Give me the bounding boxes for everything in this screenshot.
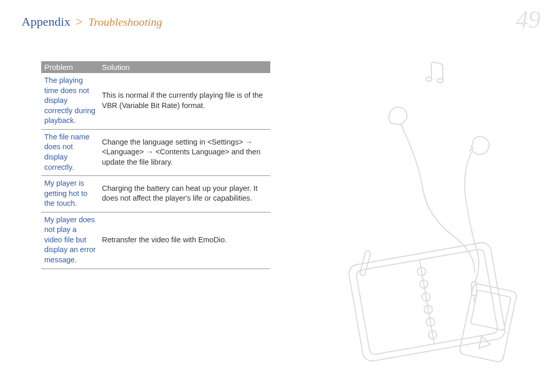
cell-solution: This is normal if the currently playing … (99, 73, 270, 129)
cell-problem: My player does not play a video file but… (41, 212, 99, 269)
col-header-solution: Solution (99, 61, 270, 73)
svg-rect-13 (459, 283, 517, 363)
svg-point-6 (417, 266, 427, 276)
table-row: The file name does not display correctly… (41, 129, 270, 175)
svg-rect-2 (472, 282, 477, 295)
breadcrumb-separator: > (76, 15, 83, 28)
page-number: 49 (516, 5, 541, 33)
earbuds-icon (389, 107, 489, 302)
table-row: My player does not play a video file but… (41, 212, 270, 269)
troubleshooting-table-container: Problem Solution The playing time does n… (41, 61, 270, 269)
music-note-icon (426, 62, 443, 83)
svg-line-5 (420, 260, 435, 344)
breadcrumb: Appendix > Troubleshooting (22, 14, 162, 29)
svg-rect-3 (348, 241, 507, 363)
svg-point-7 (419, 279, 429, 289)
svg-point-0 (426, 77, 432, 81)
cell-solution: Change the language setting in <Settings… (99, 129, 270, 175)
mp3-player-icon (459, 283, 517, 363)
svg-rect-4 (356, 248, 498, 355)
svg-rect-12 (359, 251, 371, 276)
svg-point-10 (426, 317, 436, 327)
troubleshooting-table: Problem Solution The playing time does n… (41, 61, 270, 269)
svg-point-9 (424, 305, 433, 314)
cell-problem: My player is getting hot to the touch. (41, 176, 99, 212)
cell-problem: The file name does not display correctly… (41, 129, 99, 175)
svg-marker-15 (479, 336, 492, 351)
svg-point-8 (421, 292, 431, 302)
col-header-problem: Problem (41, 61, 99, 73)
cell-problem: The playing time does not display correc… (41, 73, 99, 129)
svg-point-11 (428, 330, 438, 340)
table-row: My player is getting hot to the touch. C… (41, 176, 270, 212)
svg-point-1 (437, 79, 443, 83)
page-header: Appendix > Troubleshooting 49 (22, 9, 541, 33)
cell-solution: Charging the battery can heat up your pl… (99, 176, 270, 212)
svg-rect-14 (471, 290, 511, 330)
table-row: The playing time does not display correc… (41, 73, 270, 129)
breadcrumb-page: Troubleshooting (89, 15, 162, 28)
breadcrumb-section: Appendix (22, 15, 71, 28)
cell-solution: Retransfer the video file with EmoDio. (99, 212, 270, 269)
organizer-icon (345, 229, 507, 362)
device-illustration (345, 57, 551, 376)
